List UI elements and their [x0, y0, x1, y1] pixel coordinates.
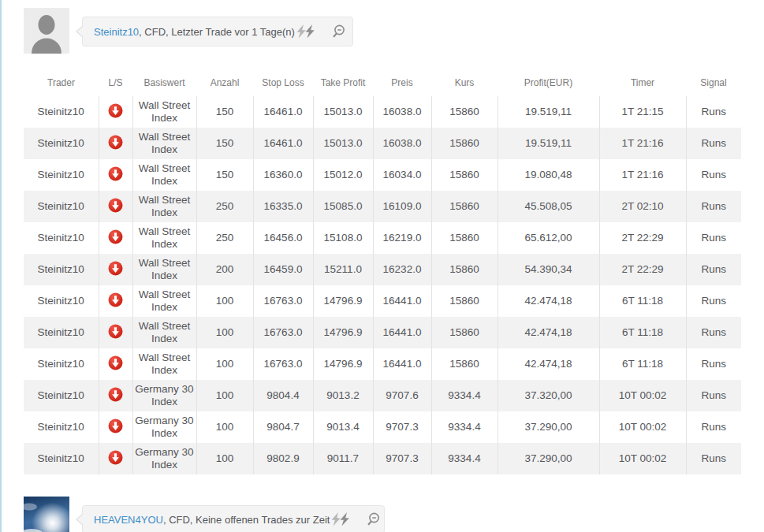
cell-kurs: 15860	[431, 317, 498, 348]
cell-anzahl: 100	[196, 317, 253, 348]
cell-preis: 16232.0	[373, 254, 431, 285]
table-row: Steinitz10 Germany 30 Index 100 9804.7 9…	[24, 411, 741, 443]
cell-signal: Runs	[686, 159, 741, 191]
cell-basiswert: Germany 30 Index	[132, 411, 196, 443]
avatar-heaven4you[interactable]	[24, 497, 69, 532]
table-row: Steinitz10 Wall Street Index 150 16360.0…	[24, 159, 741, 191]
cell-direction	[99, 443, 132, 474]
cell-takeprofit: 14796.9	[313, 285, 373, 317]
table-row: Steinitz10 Wall Street Index 100 16763.0…	[24, 348, 741, 380]
cell-anzahl: 150	[196, 128, 253, 159]
status-text: HEAVEN4YOU, CFD, Keine offenen Trades zu…	[94, 514, 330, 526]
cell-profit: 65.612,00	[498, 222, 599, 254]
cell-trader: Steinitz10	[24, 317, 99, 348]
cell-anzahl: 100	[196, 411, 253, 443]
cell-takeprofit: 15013.0	[313, 128, 373, 159]
bubble-tail	[76, 513, 83, 526]
cell-timer: 6T 11:18	[599, 317, 686, 348]
cell-takeprofit: 15108.0	[313, 222, 373, 254]
arrow-down-circle-icon	[108, 198, 123, 213]
cell-kurs: 15860	[431, 159, 498, 191]
cell-signal: Runs	[686, 222, 741, 254]
copy-trades-button[interactable]	[295, 24, 315, 39]
cell-direction	[99, 191, 132, 222]
column-header-ls: L/S	[99, 69, 132, 96]
zoom-out-button[interactable]	[331, 24, 345, 39]
double-lightning-icon	[295, 24, 315, 39]
cell-direction	[99, 96, 132, 128]
cell-stoploss: 16763.0	[253, 317, 313, 348]
column-header-timer: Timer	[599, 69, 686, 96]
table-row: Steinitz10 Wall Street Index 150 16461.0…	[24, 128, 741, 159]
cell-direction	[99, 285, 132, 317]
column-header-preis: Preis	[373, 69, 431, 96]
copy-trades-button[interactable]	[330, 512, 350, 526]
table-row: Steinitz10 Germany 30 Index 100 9802.9 9…	[24, 443, 741, 474]
sky-sun-clouds-icon	[24, 497, 69, 532]
cell-basiswert: Wall Street Index	[132, 348, 196, 380]
trader-name-link[interactable]: HEAVEN4YOU	[94, 514, 163, 526]
cell-stoploss: 9802.9	[253, 443, 313, 474]
bubble-tail	[76, 25, 83, 38]
arrow-down-circle-icon	[108, 229, 123, 244]
cell-profit: 37.290,00	[498, 411, 599, 443]
cell-anzahl: 150	[196, 159, 253, 191]
cell-signal: Runs	[686, 96, 741, 128]
cell-takeprofit: 15012.0	[313, 159, 373, 191]
cell-preis: 16038.0	[373, 128, 431, 159]
zoom-out-button[interactable]	[366, 512, 380, 526]
cell-basiswert: Wall Street Index	[132, 254, 196, 285]
table-row: Steinitz10 Wall Street Index 200 16459.0…	[24, 254, 741, 285]
arrow-down-circle-icon	[108, 135, 123, 150]
column-header-basiswert: Basiswert	[132, 69, 196, 96]
cell-basiswert: Wall Street Index	[132, 222, 196, 254]
arrow-down-circle-icon	[108, 261, 123, 276]
column-header-trader: Trader	[24, 69, 99, 96]
cell-takeprofit: 9013.2	[313, 380, 373, 411]
cell-anzahl: 200	[196, 254, 253, 285]
cell-profit: 19.519,11	[498, 96, 599, 128]
trader-name-link[interactable]: Steinitz10	[94, 26, 139, 38]
cell-takeprofit: 15013.0	[313, 96, 373, 128]
cell-preis: 9707.3	[373, 443, 431, 474]
cell-timer: 6T 11:18	[599, 285, 686, 317]
cell-stoploss: 16335.0	[253, 191, 313, 222]
avatar-steinitz10[interactable]	[24, 8, 69, 54]
cell-kurs: 15860	[431, 191, 498, 222]
cell-basiswert: Wall Street Index	[132, 191, 196, 222]
cell-profit: 37.320,00	[498, 380, 599, 411]
cell-trader: Steinitz10	[24, 254, 99, 285]
cell-profit: 37.290,00	[498, 443, 599, 474]
zoom-out-icon	[331, 24, 345, 39]
cell-stoploss: 9804.4	[253, 380, 313, 411]
cell-direction	[99, 317, 132, 348]
cell-profit: 54.390,34	[498, 254, 599, 285]
cell-direction	[99, 159, 132, 191]
cell-signal: Runs	[686, 411, 741, 443]
cell-profit: 19.519,11	[498, 128, 599, 159]
cell-kurs: 9334.4	[431, 443, 498, 474]
cell-anzahl: 100	[196, 380, 253, 411]
cell-trader: Steinitz10	[24, 159, 99, 191]
person-silhouette-icon	[24, 8, 69, 54]
cell-timer: 2T 22:29	[599, 254, 686, 285]
cell-timer: 10T 00:02	[599, 411, 686, 443]
cell-takeprofit: 14796.9	[313, 348, 373, 380]
cell-signal: Runs	[686, 191, 741, 222]
cell-trader: Steinitz10	[24, 411, 99, 443]
cell-signal: Runs	[686, 380, 741, 411]
cell-kurs: 15860	[431, 254, 498, 285]
column-header-profit: Profit(EUR)	[498, 69, 599, 96]
cell-stoploss: 16763.0	[253, 285, 313, 317]
cell-direction	[99, 128, 132, 159]
cell-signal: Runs	[686, 285, 741, 317]
arrow-down-circle-icon	[108, 166, 123, 181]
cell-profit: 19.080,48	[498, 159, 599, 191]
copy-trading-page: { "colors": { "accent_left_edge": "#b9d9…	[0, 0, 764, 532]
cell-trader: Steinitz10	[24, 128, 99, 159]
open-trades-table: Trader L/S Basiswert Anzahl Stop Loss Ta…	[24, 69, 741, 474]
arrow-down-circle-icon	[108, 103, 123, 118]
cell-takeprofit: 9013.4	[313, 411, 373, 443]
cell-basiswert: Wall Street Index	[132, 159, 196, 191]
cell-trader: Steinitz10	[24, 443, 99, 474]
